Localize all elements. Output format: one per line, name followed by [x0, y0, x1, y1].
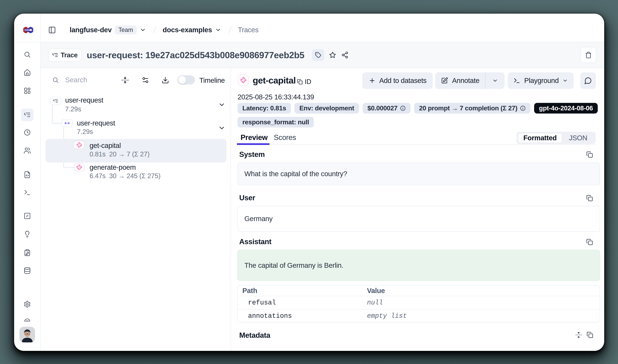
chevron-down-icon [492, 78, 498, 84]
star-button[interactable] [329, 51, 336, 59]
slash-icon [152, 26, 158, 34]
sidebar-item-datasets[interactable] [21, 267, 34, 274]
tree-node-duration: 7.29s [77, 128, 93, 135]
response-format-badge: response_format: null [238, 117, 314, 128]
breadcrumb-page[interactable]: Traces [238, 26, 258, 34]
avatar[interactable] [19, 327, 35, 342]
format-option-formatted[interactable]: Formatted [518, 133, 562, 143]
fan-icon [77, 142, 82, 148]
active-tab-indicator [237, 143, 270, 145]
tab-preview[interactable]: Preview [241, 133, 268, 142]
annotate-button[interactable]: Annotate [435, 77, 485, 85]
tag-button[interactable] [312, 49, 324, 61]
search-input[interactable] [65, 74, 113, 86]
sidebar-item-evals[interactable] [21, 212, 34, 220]
share-button[interactable] [341, 51, 349, 59]
tab-scores[interactable]: Scores [274, 133, 296, 142]
sidebar-item-sessions[interactable] [21, 129, 34, 136]
add-to-datasets-button[interactable]: Add to datasets [362, 72, 433, 89]
sidebar-item-annotation[interactable] [21, 249, 34, 256]
annotate-dropdown-button[interactable] [485, 72, 505, 89]
trace-tree-icon [53, 98, 58, 104]
table-row: annotations empty list [238, 309, 600, 323]
metadata-heading: Metadata [239, 331, 270, 339]
copy-system-button[interactable] [586, 151, 593, 158]
environment-chevron-icon[interactable] [215, 27, 221, 33]
project-chevron-icon[interactable] [140, 27, 146, 33]
gear-icon [24, 300, 31, 308]
breadcrumb-project[interactable]: langfuse-dev [70, 26, 112, 34]
user-message-box: Germany [237, 206, 600, 232]
chevron-down-icon [140, 27, 146, 33]
copy-icon [297, 79, 303, 85]
move-horizontal-icon [64, 120, 70, 126]
tag-icon [315, 52, 321, 58]
system-section-heading: System [239, 150, 265, 158]
sidebar-item-dashboards[interactable] [21, 87, 34, 94]
playground-button[interactable]: Playground [508, 72, 574, 89]
tree-node-label[interactable]: user-request [77, 119, 115, 127]
delete-trace-button[interactable] [580, 47, 596, 63]
sidebar-item-playground[interactable] [21, 189, 34, 196]
tree-node-span-icon[interactable] [62, 119, 73, 127]
timeline-toggle[interactable] [177, 75, 195, 85]
sidebar-item-search[interactable] [21, 51, 34, 58]
dashboard-icon [24, 87, 31, 94]
sidebar-item-users[interactable] [21, 147, 34, 154]
tree-toolbar: Timeline [41, 68, 231, 92]
tree-node-generation-icon[interactable] [74, 163, 85, 171]
table-cell-value: empty list [367, 312, 600, 320]
trace-tree-icon [52, 52, 58, 58]
expand-metadata-button[interactable] [575, 332, 582, 338]
collapse-node-button[interactable] [218, 124, 225, 132]
trace-tree-panel: Timeline user-requ [41, 68, 231, 351]
breadcrumb-environment[interactable]: docs-examples [163, 26, 212, 34]
tokens-badge[interactable]: 20 prompt → 7 completion (Σ 27) [414, 103, 530, 114]
clipboard-pen-icon [24, 249, 31, 256]
tree-node-generation-icon[interactable] [74, 141, 85, 149]
tree-connector [52, 123, 62, 123]
metadata-actions [571, 332, 593, 338]
system-message-box: What is the capital of the country? [237, 163, 600, 185]
collapse-all-button[interactable] [121, 76, 129, 84]
observation-title: get-capital [253, 75, 296, 85]
download-button[interactable] [161, 76, 169, 84]
latency-badge: Latency: 0.81s [238, 103, 291, 114]
trace-header-bar: Trace user-request: 19e27ac025d543b008e9… [41, 42, 604, 68]
sidebar-item-settings[interactable] [21, 300, 34, 308]
sidebar-item-prompts[interactable] [21, 171, 34, 178]
tree-node-label[interactable]: generate-poem [90, 163, 136, 171]
cost-badge[interactable]: $0.000027 [363, 103, 411, 114]
collapse-node-button[interactable] [218, 101, 225, 108]
view-options-button[interactable] [142, 76, 149, 84]
format-option-json[interactable]: JSON [562, 133, 594, 143]
tree-node-trace-icon[interactable] [50, 97, 61, 105]
sidebar-item-insights[interactable] [21, 231, 34, 238]
breadcrumb-separator-2 [227, 26, 233, 34]
tree-node-label[interactable]: get-capital [90, 142, 121, 150]
chevron-down-icon [218, 124, 225, 132]
fold-vertical-icon [121, 76, 129, 84]
copy-id-button[interactable]: ID [297, 78, 311, 85]
chevron-down-icon [562, 78, 568, 83]
app-window: langfuse-dev Team docs-examples Traces [14, 14, 604, 351]
mask-icon [24, 317, 31, 324]
observation-timestamp: 2025-08-25 16:33:44.139 [238, 93, 314, 101]
sidebar-item-home[interactable] [21, 69, 34, 76]
tree-node-label[interactable]: user-request [65, 96, 103, 104]
copy-assistant-button[interactable] [586, 239, 593, 245]
sidebar-item-tracing[interactable] [21, 111, 34, 118]
sidebar-bottom [19, 300, 35, 351]
sidebar-item-support[interactable] [21, 317, 34, 324]
copy-user-button[interactable] [586, 195, 593, 201]
copy-icon [587, 332, 593, 338]
comments-button[interactable] [580, 72, 596, 89]
breadcrumb-project-badge: Team [115, 26, 137, 34]
chevron-down-icon [215, 27, 221, 33]
copy-metadata-button[interactable] [587, 332, 593, 338]
sidebar-toggle-button[interactable] [48, 26, 56, 34]
metric-badges: Latency: 0.81s Env: development $0.00002… [238, 103, 598, 114]
search-icon [52, 77, 59, 83]
breadcrumb-separator [152, 26, 158, 34]
model-badge[interactable]: gpt-4o-2024-08-06 [534, 103, 598, 114]
